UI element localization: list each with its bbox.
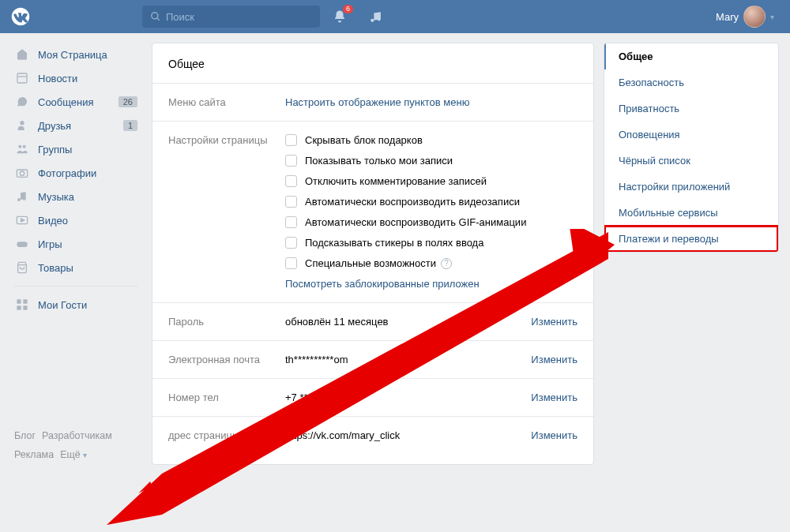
row-menu: Меню сайта Настроить отображение пунктов… — [152, 84, 593, 121]
row-page-settings: Настройки страницы Скрывать блок подарко… — [152, 122, 593, 302]
search-icon — [150, 11, 161, 22]
notifications-button[interactable]: 6 — [333, 9, 347, 24]
nav-label: Музыка — [38, 191, 137, 203]
footer-more[interactable]: Ещё ▾ — [60, 449, 87, 460]
tab-3[interactable]: Оповещения — [604, 122, 778, 148]
email-value: th**********om — [285, 354, 531, 365]
music-button[interactable] — [369, 10, 382, 24]
sidebar-item-guests[interactable]: Мои Гости — [9, 293, 142, 317]
messages-icon — [14, 94, 30, 110]
top-header: 6 Mary ▾ — [0, 0, 790, 33]
tab-7[interactable]: Платежи и переводы — [604, 226, 778, 252]
blocked-apps-link[interactable]: Посмотреть заблокированные приложен — [285, 278, 577, 290]
nav-label: Моя Страница — [38, 49, 137, 61]
checkbox[interactable] — [285, 257, 297, 269]
tab-0[interactable]: Общее — [604, 43, 778, 69]
nav-divider — [14, 286, 137, 287]
footer-devs[interactable]: Разработчикам — [42, 430, 112, 441]
nav-badge: 1 — [123, 120, 137, 131]
row-phone: Номер тел +7 *** *** ** 15 Изменить — [152, 379, 593, 416]
header-icons: 6 — [333, 9, 382, 24]
footer-ads[interactable]: Реклама — [14, 449, 54, 460]
music-icon — [14, 189, 30, 204]
tab-6[interactable]: Мобильные сервисы — [604, 200, 778, 226]
user-menu[interactable]: Mary ▾ — [716, 6, 781, 28]
games-icon — [14, 236, 30, 252]
checkbox-label: Специальные возможности — [305, 257, 436, 269]
svg-marker-10 — [21, 219, 24, 222]
row-label: дрес страницы — [168, 429, 285, 441]
sidebar-item-photos[interactable]: Фотографии — [9, 161, 142, 185]
tab-1[interactable]: Безопасность — [604, 69, 778, 96]
sidebar-item-groups[interactable]: Группы — [9, 137, 142, 161]
row-label: Настройки страницы — [168, 134, 285, 146]
svg-rect-2 — [17, 73, 27, 83]
change-address-link[interactable]: Изменить — [531, 429, 577, 441]
change-phone-link[interactable]: Изменить — [531, 392, 577, 403]
row-label: Номер тел — [168, 392, 285, 403]
search-box[interactable] — [142, 6, 320, 28]
vk-logo[interactable] — [9, 6, 32, 28]
svg-rect-15 — [23, 305, 27, 309]
nav-label: Группы — [38, 144, 137, 155]
left-sidebar: Моя СтраницаНовостиСообщения26Друзья1Гру… — [9, 43, 142, 465]
checkbox-label: Подсказывать стикеры в полях ввода — [305, 237, 483, 249]
checkbox-label: Автоматически воспроизводить видеозаписи — [305, 196, 520, 208]
footer-links: БлогРазработчикам РекламаЕщё ▾ — [9, 427, 142, 465]
checkbox[interactable] — [285, 196, 297, 208]
svg-point-4 — [20, 121, 24, 125]
configure-menu-link[interactable]: Настроить отображение пунктов меню — [285, 96, 469, 108]
chevron-down-icon: ▾ — [770, 13, 774, 21]
checkbox-row: Автоматически воспроизводить видеозаписи — [285, 196, 577, 208]
help-icon[interactable]: ? — [441, 258, 452, 269]
svg-rect-11 — [17, 242, 27, 247]
video-icon — [14, 212, 30, 228]
change-email-link[interactable]: Изменить — [531, 354, 577, 365]
footer-blog[interactable]: Блог — [14, 430, 36, 441]
svg-rect-13 — [23, 299, 27, 303]
row-label: Электронная почта — [168, 354, 285, 365]
checkbox-label: Автоматически воспроизводить GIF-анимаци… — [305, 216, 526, 228]
row-label: Меню сайта — [168, 96, 285, 108]
sidebar-item-music[interactable]: Музыка — [9, 185, 142, 208]
checkbox[interactable] — [285, 175, 297, 187]
svg-rect-14 — [17, 305, 21, 309]
feed-icon — [14, 70, 30, 86]
nav-label: Видео — [38, 215, 137, 227]
nav-label: Новости — [38, 73, 137, 84]
sidebar-item-messages[interactable]: Сообщения26 — [9, 90, 142, 114]
checkbox[interactable] — [285, 237, 297, 249]
sidebar-item-home[interactable]: Моя Страница — [9, 43, 142, 66]
checkbox[interactable] — [285, 155, 297, 167]
checkbox-label: Скрывать блок подарков — [305, 134, 423, 146]
sidebar-item-friends[interactable]: Друзья1 — [9, 114, 142, 137]
nav-label: Друзья — [38, 120, 123, 132]
sidebar-item-games[interactable]: Игры — [9, 232, 142, 256]
tab-4[interactable]: Чёрный список — [604, 148, 778, 174]
checkbox-row: Отключить комментирование записей — [285, 175, 577, 187]
checkbox-label: Отключить комментирование записей — [305, 175, 487, 187]
sidebar-item-feed[interactable]: Новости — [9, 66, 142, 90]
user-name: Mary — [716, 11, 739, 23]
market-icon — [14, 260, 30, 275]
checkbox-label: Показывать только мои записи — [305, 155, 453, 167]
phone-value: +7 *** *** ** 15 — [285, 392, 531, 403]
row-password: Пароль обновлён 11 месяцев Изменить — [152, 303, 593, 340]
settings-tabs: ОбщееБезопасностьПриватностьОповещенияЧё… — [604, 43, 779, 253]
home-icon — [14, 47, 30, 62]
tab-2[interactable]: Приватность — [604, 96, 778, 122]
svg-point-6 — [23, 145, 26, 148]
address-value: https://vk.com/mary_click — [285, 429, 531, 441]
checkbox[interactable] — [285, 134, 297, 146]
svg-point-0 — [152, 13, 158, 19]
change-password-link[interactable]: Изменить — [531, 316, 577, 328]
groups-icon — [14, 141, 30, 157]
settings-panel: Общее Меню сайта Настроить отображение п… — [152, 43, 594, 465]
search-input[interactable] — [166, 11, 312, 23]
sidebar-item-market[interactable]: Товары — [9, 256, 142, 279]
row-address: дрес страницы https://vk.com/mary_click … — [152, 417, 593, 454]
tab-5[interactable]: Настройки приложений — [604, 174, 778, 200]
sidebar-item-video[interactable]: Видео — [9, 208, 142, 232]
checkbox[interactable] — [285, 216, 297, 228]
checkbox-row: Показывать только мои записи — [285, 155, 577, 167]
